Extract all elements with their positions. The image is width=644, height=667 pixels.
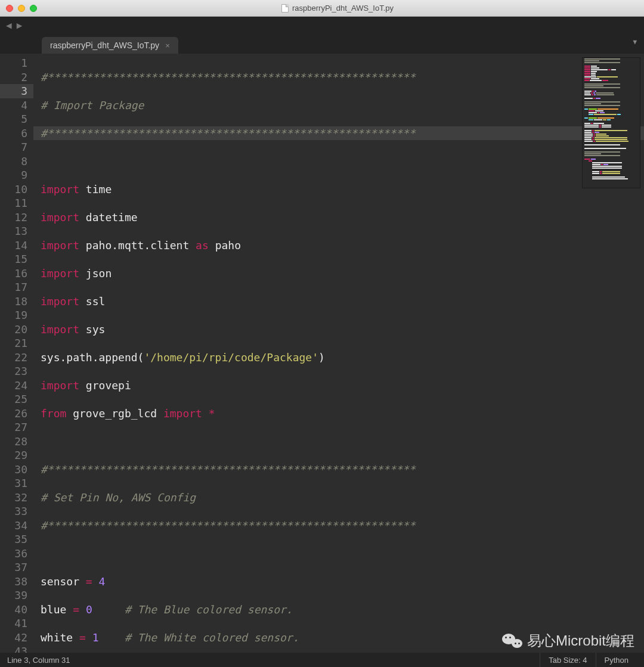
editor[interactable]: 12345 678910 1112131415 1617181920 21222…: [0, 54, 644, 653]
line-gutter: 12345 678910 1112131415 1617181920 21222…: [0, 54, 33, 653]
window-maximize-button[interactable]: [30, 5, 37, 12]
tab-label: raspberryPi_dht_AWS_IoT.py: [50, 41, 159, 50]
watermark: 易心Microbit编程: [502, 631, 634, 650]
window-close-button[interactable]: [6, 5, 13, 12]
window-minimize-button[interactable]: [18, 5, 25, 12]
tab-bar: raspberryPi_dht_AWS_IoT.py × ▼: [0, 33, 644, 54]
nav-forward-icon[interactable]: ▶: [17, 20, 23, 31]
status-bar: Line 3, Column 31 Tab Size: 4 Python: [0, 653, 644, 667]
title-bar: raspberryPi_dht_AWS_IoT.py: [0, 0, 644, 17]
window-title: raspberryPi_dht_AWS_IoT.py: [292, 4, 394, 13]
code-area[interactable]: #***************************************…: [33, 54, 644, 653]
wechat-icon: [502, 632, 522, 649]
nav-bar: ◀ ▶: [0, 17, 644, 33]
tab-overflow-icon[interactable]: ▼: [633, 38, 637, 46]
tab-close-icon[interactable]: ×: [165, 41, 170, 50]
status-syntax[interactable]: Python: [596, 653, 637, 667]
tab-file[interactable]: raspberryPi_dht_AWS_IoT.py ×: [42, 37, 178, 54]
nav-back-icon[interactable]: ◀: [6, 20, 12, 31]
status-position[interactable]: Line 3, Column 31: [7, 656, 540, 665]
code-line: # Import Package: [41, 99, 144, 111]
code-line: #***************************************…: [41, 127, 416, 139]
status-tab-size[interactable]: Tab Size: 4: [540, 653, 595, 667]
code-line: #***************************************…: [41, 71, 416, 83]
minimap[interactable]: [582, 57, 640, 188]
watermark-text: 易心Microbit编程: [527, 631, 634, 650]
file-icon: [281, 4, 289, 13]
